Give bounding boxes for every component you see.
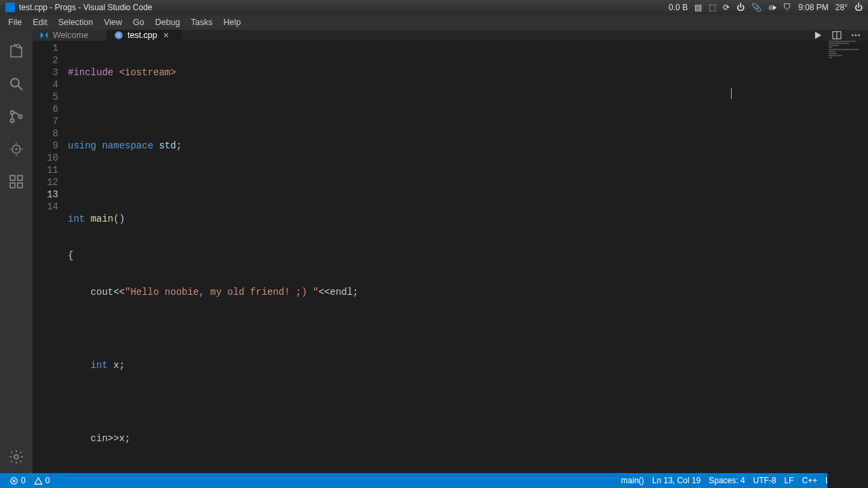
svg-point-21 (855, 35, 857, 37)
net-speed: 0.0 B (669, 3, 688, 12)
text-cursor (731, 88, 732, 99)
svg-point-15 (14, 455, 18, 459)
svg-text:C: C (117, 33, 120, 37)
menu-debug[interactable]: Debug (150, 16, 186, 28)
cpp-file-icon: C (114, 30, 123, 40)
svg-rect-12 (18, 176, 22, 180)
menu-help[interactable]: Help (218, 16, 247, 28)
tray-icon-7[interactable]: ⛉ (783, 3, 791, 12)
tray-icon-4[interactable]: ⏻ (736, 3, 745, 12)
svg-point-3 (11, 119, 14, 123)
svg-point-2 (11, 111, 14, 115)
svg-point-10 (16, 148, 18, 150)
activity-debug[interactable] (0, 133, 33, 165)
code-editor[interactable]: 1 2 3 4 5 6 7 8 9 10 11 12 13 14 #includ… (33, 41, 868, 488)
svg-line-1 (18, 86, 22, 90)
svg-rect-14 (18, 183, 22, 188)
tab-welcome[interactable]: Welcome (33, 30, 107, 41)
menu-go[interactable]: Go (127, 16, 150, 28)
extensions-icon (8, 174, 24, 190)
activity-settings[interactable] (0, 441, 33, 473)
tray-temp: 28° (835, 3, 848, 12)
window-title: test.cpp - Progs - Visual Studio Code (19, 3, 153, 12)
tray-icon-3[interactable]: ⟳ (723, 3, 730, 12)
svg-point-20 (852, 35, 854, 37)
tab-label: test.cpp (127, 30, 157, 40)
editor-tab-bar: Welcome C test.cpp × (33, 30, 868, 41)
menu-edit[interactable]: Edit (27, 16, 53, 28)
svg-point-22 (858, 35, 860, 37)
tray-clock: 9:08 PM (798, 3, 829, 12)
activity-extensions[interactable] (0, 165, 33, 198)
menu-file[interactable]: File (3, 16, 27, 28)
menu-tasks[interactable]: Tasks (186, 16, 218, 28)
files-icon (8, 43, 24, 60)
gear-icon (8, 449, 24, 465)
tray-icon-1[interactable]: ▤ (694, 3, 702, 12)
menu-selection[interactable]: Selection (53, 16, 98, 28)
code-content[interactable]: #include <iostream> using namespace std;… (68, 41, 827, 488)
activity-bar (0, 30, 33, 473)
editor-actions (806, 30, 868, 41)
line-number-gutter: 1 2 3 4 5 6 7 8 9 10 11 12 13 14 (33, 41, 68, 488)
source-control-icon (8, 108, 24, 125)
tab-close-button[interactable]: × (161, 30, 171, 40)
split-editor-icon[interactable] (831, 30, 842, 41)
menu-bar: File Edit Selection View Go Debug Tasks … (0, 15, 868, 30)
menu-view[interactable]: View (98, 16, 127, 28)
tab-label: Welcome (53, 30, 88, 40)
svg-point-0 (11, 79, 19, 87)
vscode-icon (5, 3, 15, 12)
tray-icon-6[interactable]: 🕪 (768, 3, 776, 12)
tab-test-cpp[interactable]: C test.cpp × (107, 30, 182, 41)
error-icon (9, 476, 18, 485)
minimap[interactable] (827, 41, 868, 488)
tray-icon-2[interactable]: ⬚ (709, 3, 716, 12)
run-icon[interactable] (812, 30, 823, 41)
more-icon[interactable] (850, 30, 861, 41)
tray-icon-5[interactable]: 📎 (751, 3, 762, 12)
svg-rect-13 (10, 183, 15, 188)
search-icon (8, 76, 24, 92)
tray-icon-power[interactable]: ⏻ (854, 3, 863, 12)
activity-scm[interactable] (0, 100, 33, 133)
svg-rect-11 (10, 176, 15, 180)
bug-icon (8, 141, 24, 157)
activity-search[interactable] (0, 68, 33, 100)
os-title-bar: test.cpp - Progs - Visual Studio Code 0.… (0, 0, 868, 15)
system-tray: 0.0 B ▤ ⬚ ⟳ ⏻ 📎 🕪 ⛉ 9:08 PM 28° ⏻ (669, 3, 863, 12)
vscode-tab-icon (39, 30, 49, 40)
status-errors[interactable]: 0 (5, 476, 30, 485)
activity-explorer[interactable] (0, 35, 33, 68)
